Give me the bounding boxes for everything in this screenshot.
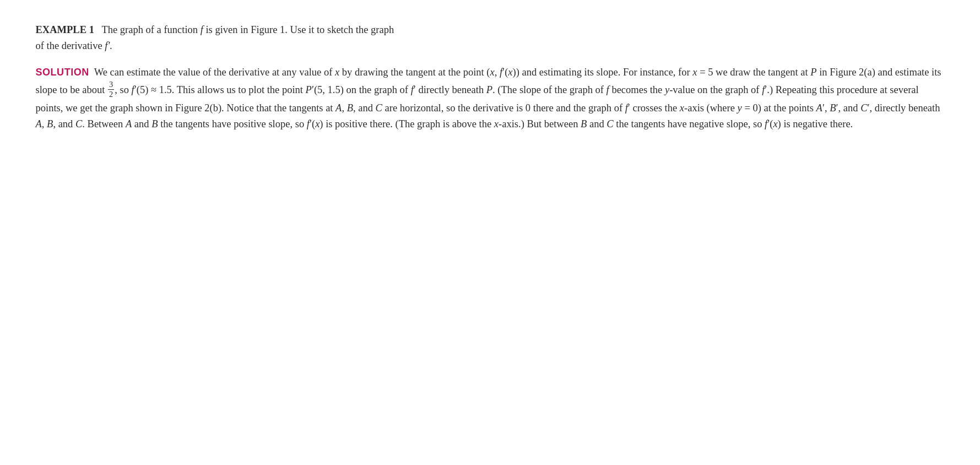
- example-label: EXAMPLE 1: [36, 24, 94, 35]
- solution-paragraph: SOLUTION We can estimate the value of th…: [36, 64, 945, 132]
- fraction-3-2: 3 2: [108, 80, 114, 100]
- var-x-2: x: [490, 67, 494, 78]
- var-a-1: A: [335, 102, 342, 113]
- solution-block: SOLUTION We can estimate the value of th…: [36, 64, 945, 132]
- var-f-1: f: [607, 84, 609, 95]
- var-b-4: B: [581, 118, 587, 129]
- f-prime-ref3: f: [625, 102, 628, 113]
- fx-expr: f: [500, 67, 502, 78]
- function-f: f: [201, 24, 203, 35]
- var-y-1: y: [665, 84, 669, 95]
- f-prime-ref4: f: [307, 118, 310, 129]
- var-p-2: P: [486, 84, 492, 95]
- f-prime-5: f: [132, 84, 134, 95]
- f-prime-ref5: f: [765, 118, 767, 129]
- solution-label: SOLUTION: [36, 67, 89, 78]
- content-block: EXAMPLE 1 The graph of a function f is g…: [36, 22, 945, 133]
- var-x-7: x: [494, 118, 499, 129]
- var-y-2: y: [738, 102, 742, 113]
- var-x-6: x: [315, 118, 320, 129]
- var-c-3: C: [607, 118, 613, 129]
- numerator: 3: [108, 80, 114, 90]
- p-prime-point: P: [306, 84, 312, 95]
- var-p: P: [810, 67, 816, 78]
- f-prime: f′.: [105, 40, 112, 51]
- var-x-4: x: [692, 67, 697, 78]
- f-prime-ref2: f: [762, 84, 765, 95]
- var-x-5: x: [680, 102, 684, 113]
- var-b-1: B: [347, 102, 353, 113]
- var-b-prime: B: [830, 102, 836, 113]
- f-prime-ref1: f: [411, 84, 414, 95]
- var-b-2: B: [47, 118, 53, 129]
- var-x-8: x: [773, 118, 777, 129]
- var-c-prime: C: [860, 102, 867, 113]
- var-x-3: x: [508, 67, 512, 78]
- var-c-1: C: [376, 102, 382, 113]
- var-a-3: A: [126, 118, 132, 129]
- var-c-2: C: [75, 118, 82, 129]
- var-a-prime: A: [816, 102, 822, 113]
- var-b-3: B: [151, 118, 158, 129]
- example-heading: EXAMPLE 1 The graph of a function f is g…: [36, 22, 945, 53]
- denominator: 2: [108, 90, 114, 99]
- var-x-1: x: [335, 67, 339, 78]
- var-a-2: A: [36, 118, 42, 129]
